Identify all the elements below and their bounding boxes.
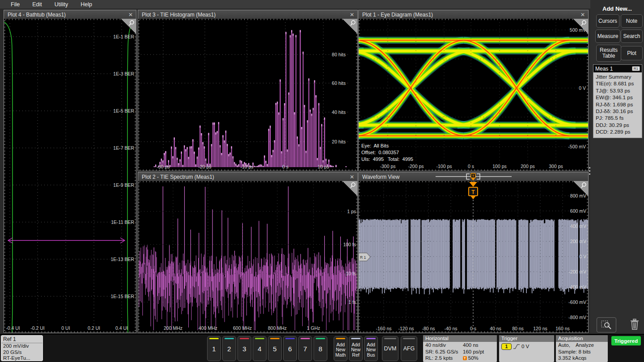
svg-text:1E-1 BER: 1E-1 BER [113,34,134,39]
plot-bathtub-close-icon[interactable]: ✕ [128,12,133,18]
ref1-badge[interactable]: Ref 1 200 mV/div 20 GS/s RT-EyeTu... [1,335,43,361]
meas1-title: Meas 1 [595,66,613,72]
jitter-row-tie: TIE(σ): 8.681 ps [596,80,640,87]
channel-1-button[interactable]: 1 [207,336,221,361]
svg-text:Offset: 0.080357: Offset: 0.080357 [361,150,399,155]
bathtub-zoom-corner-icon[interactable] [121,19,136,34]
channel-8-button[interactable]: 8 [314,336,327,361]
svg-text:1E-3 BER: 1E-3 BER [113,71,134,76]
svg-text:0 V: 0 V [579,254,586,259]
add-note-button[interactable]: Note [621,14,643,28]
acquisition-panel[interactable]: Acquisition Auto, Analyze Sample: 8 bits… [556,335,608,362]
plot-spectrum-title: Plot 2 - TIE Spectrum (Meas1) [142,174,214,180]
svg-text:1 ps: 1 ps [347,209,356,214]
channel-3-label: 3 [242,345,246,353]
svg-text:-120 ns: -120 ns [398,326,414,331]
svg-text:1E-5 BER: 1E-5 BER [113,108,134,114]
add-new-ref-button[interactable]: AddNewRef [349,336,363,361]
dvm-label: DVM [384,345,397,352]
svg-text:0.4 UI: 0.4 UI [115,325,128,331]
afg-button[interactable]: AFG [401,336,417,361]
triggered-status-badge: Triggered [611,336,641,345]
add-cursors-button[interactable]: Cursors [596,14,619,28]
svg-text:100 ps: 100 ps [492,164,507,169]
eye-plot-canvas[interactable]: 500 mV0 V-500 mV-300 ps-200 ps-100 ps0 s… [359,19,588,171]
svg-text:1E-11 BER: 1E-11 BER [111,219,134,225]
ref1-filename: RT-EyeTu... [1,355,42,361]
histogram-plot-canvas[interactable]: 80 hits60 hits40 hits20 hits-30 ps-20 ps… [138,19,357,171]
jitter-row-dj: DJ-δδ: 30.16 ps [596,108,640,115]
menu-edit[interactable]: Edit [26,1,48,8]
ref1-samplerate: 20 GS/s [1,349,42,356]
svg-text:-800 mV: -800 mV [568,315,586,320]
channel-7-label: 7 [303,345,307,353]
trigger-panel[interactable]: Trigger 1 0 V [499,335,554,362]
add-plot-button[interactable]: Plot [621,46,643,60]
menu-file[interactable]: File [0,1,26,8]
plot-spectrum-close-icon[interactable]: ✕ [350,174,354,180]
add-measure-button[interactable]: Measure [595,29,620,43]
svg-text:100 fs: 100 fs [343,242,356,247]
svg-text:R 1: R 1 [360,255,366,260]
add-results-table-button[interactable]: Results Table [596,45,621,62]
histogram-zoom-corner-icon[interactable] [342,19,357,34]
svg-text:10 ps: 10 ps [318,164,329,169]
channel-5-color-strip [270,338,280,339]
eye-zoom-corner-icon[interactable] [573,19,588,34]
svg-text:0 s: 0 s [468,164,474,169]
svg-text:-30 ps: -30 ps [157,164,169,169]
horizontal-panel[interactable]: Horizontal 40 ns/div400 ns SR: 6.25 GS/s… [423,335,497,362]
channel-6-button[interactable]: 6 [283,336,297,361]
zoom-tool-button[interactable] [597,317,616,333]
svg-text:0 s: 0 s [282,164,288,169]
channel-1-label: 1 [212,345,216,353]
svg-text:1 GHz: 1 GHz [307,325,320,331]
spectrum-plot-canvas[interactable]: 1 ps100 fs10 fs1 fs200 MHz400 MHz600 MHz… [138,181,357,333]
channel-2-color-strip [225,338,234,339]
dvm-button[interactable]: DVM [382,336,398,361]
meas1-jitter-summary: Jitter Summary TIE(σ): 8.681 ps TJ@: 53.… [593,72,642,138]
horizontal-recordlength: RL: 2.5 kpts [425,355,463,362]
waveform-zoom-corner-icon[interactable] [573,181,588,196]
waveform-plot-canvas[interactable]: TR 1800 mV600 mV400 mV200 mV0 V-200 mV-4… [359,181,588,333]
trash-button[interactable] [628,317,641,332]
channel-3-button[interactable]: 3 [237,336,251,361]
svg-text:400 MHz: 400 MHz [199,325,217,331]
zoom-box-icon [601,320,612,330]
svg-text:-0.4 UI: -0.4 UI [6,325,20,331]
menu-help[interactable]: Help [74,1,98,8]
svg-text:1E-7 BER: 1E-7 BER [113,145,134,151]
plot-histogram-close-icon[interactable]: ✕ [350,12,354,18]
plot-histogram-panel: Plot 3 - TIE Histogram (Meas1) ✕ 80 hits… [138,10,358,171]
app-root: File Edit Utility Help Plot 4 - Bathtub … [0,0,644,362]
channel-2-button[interactable]: 2 [222,336,236,361]
svg-text:60 hits: 60 hits [332,80,346,86]
plot-eye-close-icon[interactable]: ✕ [580,12,585,18]
add-new-math-button[interactable]: AddNewMath [334,336,347,361]
menu-bar: File Edit Utility Help [0,0,644,8]
menu-utility[interactable]: Utility [48,1,75,8]
horizontal-header: Horizontal [423,335,497,342]
svg-text:80 hits: 80 hits [332,52,346,57]
add-new-bus-button[interactable]: AddNewBus [364,336,378,361]
plot-eye-body: 500 mV0 V-500 mV-300 ps-200 ps-100 ps0 s… [359,19,588,171]
channel-7-button[interactable]: 7 [298,336,312,361]
spectrum-zoom-corner-icon[interactable] [342,181,357,196]
channel-2-label: 2 [227,345,231,353]
trigger-position-overview-bar[interactable]: T [426,173,587,181]
svg-text:0 UI: 0 UI [61,325,70,331]
meas1-results-badge[interactable]: Meas 1 R1 Jitter Summary TIE(σ): 8.681 p… [593,64,642,138]
channel-4-button[interactable]: 4 [253,336,267,361]
add-search-button[interactable]: Search [621,29,643,43]
add-bus-color-strip [366,338,376,339]
bathtub-plot-canvas[interactable]: 1E-1 BER1E-3 BER1E-5 BER1E-7 BER1E-9 BER… [4,19,136,333]
horizontal-scale: 40 ns/div [425,342,463,349]
channel-5-button[interactable]: 5 [268,336,282,361]
meas1-header: Meas 1 R1 [593,65,642,72]
svg-text:-40 ns: -40 ns [444,326,457,331]
horizontal-samplerate: SR: 6.25 GS/s [425,349,463,355]
svg-text:40 hits: 40 hits [332,109,346,115]
svg-text:80 ns: 80 ns [512,326,524,331]
svg-text:T: T [471,189,475,195]
plot-histogram-body: 80 hits60 hits40 hits20 hits-30 ps-20 ps… [138,19,357,171]
